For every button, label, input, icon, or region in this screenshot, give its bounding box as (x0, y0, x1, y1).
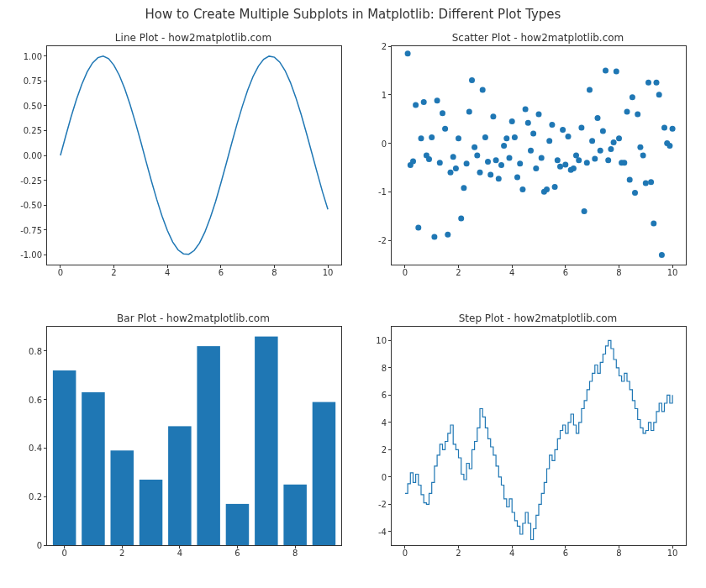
ytick-label: -1.00 (8, 250, 42, 260)
ytick-label: -0.50 (8, 201, 42, 210)
scatter-point (624, 109, 630, 115)
xtick-label: 10 (323, 268, 334, 277)
xtick-label: 8 (616, 549, 621, 558)
xtick-label: 6 (563, 268, 568, 277)
ytick-label: 1.00 (8, 51, 42, 60)
scatter-point (659, 252, 665, 258)
scatter-point (661, 125, 667, 131)
ytick-label: 0.25 (8, 126, 42, 135)
axes-bar: 00.20.40.60.8 02468 (46, 326, 342, 546)
subplot-title-step: Step Plot - how2matplotlib.com (391, 312, 685, 324)
bar (283, 485, 307, 545)
scatter-point (533, 165, 539, 171)
scatter-point (450, 154, 456, 160)
scatter-point (603, 67, 609, 73)
scatter-point (464, 160, 470, 166)
scatter-point (643, 180, 649, 186)
ytick-label: -2 (353, 500, 387, 509)
subplot-title-bar: Bar Plot - how2matplotlib.com (46, 312, 340, 324)
ytick-label: 0 (8, 541, 42, 550)
scatter-point (415, 225, 421, 231)
xtick-label: 4 (509, 549, 514, 558)
ytick-label: -2 (353, 236, 387, 245)
scatter-point (405, 50, 411, 56)
ytick-label: -4 (353, 527, 387, 536)
ytick-label: 0 (353, 472, 387, 481)
scatter-point (654, 80, 660, 86)
scatter-point (552, 184, 558, 190)
scatter-point (576, 157, 582, 163)
scatter-point (453, 165, 459, 171)
scatter-point (571, 165, 577, 171)
xtick-label: 0 (61, 549, 66, 558)
axes-line: -1.00-0.75-0.50-0.250.000.250.500.751.00… (46, 45, 342, 265)
scatter-point (456, 135, 461, 141)
xtick-label: 8 (271, 268, 277, 277)
xtick-label: 2 (111, 268, 116, 277)
scatter-point (637, 144, 643, 150)
scatter-point (592, 156, 598, 162)
ytick-label: 0.00 (8, 151, 42, 160)
ytick-label: 0.75 (8, 76, 42, 86)
scatter-point (498, 162, 504, 168)
bar (82, 392, 105, 545)
scatter-point (487, 172, 493, 178)
scatter-point (587, 87, 593, 93)
scatter-point (525, 120, 531, 126)
xtick-label: 2 (456, 268, 461, 277)
scatter-point (442, 126, 448, 132)
scatter-point (431, 234, 437, 240)
scatter-point (437, 160, 443, 165)
scatter-point (544, 186, 550, 192)
ytick-label: 6 (353, 391, 387, 400)
scatter-point (503, 135, 509, 141)
scatter-point (648, 179, 654, 185)
scatter-point (410, 158, 416, 164)
scatter-point (566, 134, 572, 139)
xtick-label: 8 (616, 268, 621, 277)
scatter-point (666, 143, 672, 149)
scatter-point (469, 77, 475, 83)
scatter-point (477, 170, 483, 176)
scatter-point (514, 175, 520, 181)
ytick-label: 0.50 (8, 101, 42, 110)
scatter-point (582, 208, 587, 214)
figure-suptitle: How to Create Multiple Subplots in Matpl… (0, 7, 706, 22)
ytick-label: -1 (353, 187, 387, 197)
scatter-point (493, 157, 499, 163)
scatter-point (429, 134, 435, 140)
scatter-point (645, 80, 651, 86)
bar (226, 504, 250, 545)
ytick-label: 0.8 (8, 346, 42, 355)
scatter-point (435, 97, 440, 103)
xtick-label: 0 (403, 268, 408, 277)
scatter-point (656, 92, 662, 97)
scatter-point (512, 134, 518, 140)
scatter-point (635, 111, 640, 117)
scatter-point (589, 138, 595, 144)
xtick-label: 6 (219, 268, 224, 277)
scatter-point (614, 69, 619, 75)
step-series (405, 340, 672, 539)
scatter-point (595, 115, 601, 121)
scatter-point (421, 99, 427, 105)
bar (313, 402, 336, 545)
bar (111, 450, 134, 545)
scatter-point (480, 87, 486, 93)
ytick-label: 1 (353, 90, 387, 99)
scatter-point (651, 220, 656, 226)
xtick-label: 4 (177, 549, 182, 558)
xtick-label: 8 (292, 549, 298, 558)
bar (197, 346, 220, 545)
scatter-point (627, 176, 633, 182)
subplot-title-scatter: Scatter Plot - how2matplotlib.com (391, 32, 685, 44)
xtick-label: 10 (667, 268, 678, 277)
scatter-point (440, 110, 445, 116)
scatter-point (458, 216, 464, 222)
xtick-label: 6 (563, 549, 568, 558)
subplot-title-line: Line Plot - how2matplotlib.com (46, 32, 340, 44)
scatter-point (507, 155, 513, 160)
bar (53, 370, 76, 545)
scatter-point (632, 190, 638, 196)
scatter-point (608, 146, 614, 152)
